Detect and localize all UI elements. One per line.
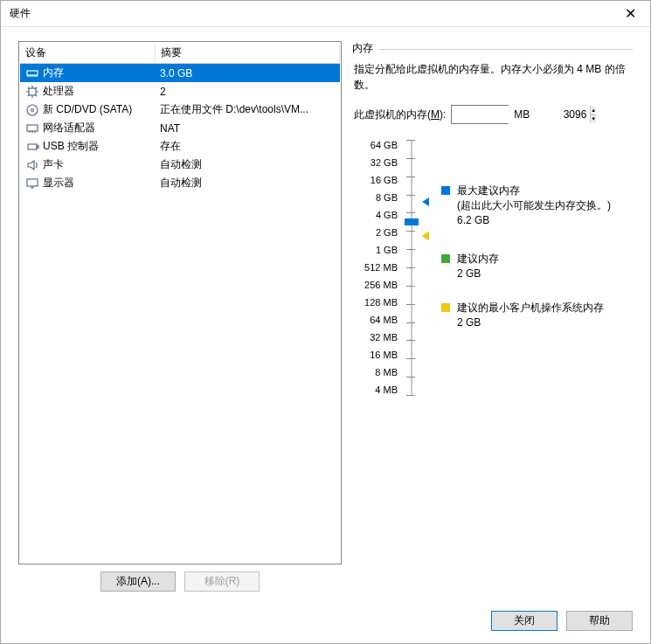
tick-label: 32 GB: [371, 154, 398, 171]
svg-point-2: [27, 105, 38, 115]
tick-mark: [406, 267, 415, 268]
tick-label: 8 GB: [376, 189, 398, 206]
tick-label: 512 MB: [364, 259, 398, 276]
tick-label: 16 GB: [371, 171, 398, 189]
device-name: 显示器: [43, 176, 74, 190]
hardware-settings-window: 硬件 ✕ 设备 摘要 内存 3.0 GB: [0, 0, 651, 644]
tick-mark: [406, 140, 415, 141]
table-row[interactable]: 内存 3.0 GB: [20, 64, 340, 83]
table-row[interactable]: USB 控制器 存在: [20, 137, 340, 156]
device-summary: 正在使用文件 D:\dev\tools\VM...: [155, 100, 340, 119]
tick-mark: [406, 231, 415, 232]
marker-max: [422, 197, 429, 206]
remove-button: 移除(R): [184, 571, 260, 592]
add-button[interactable]: 添加(A)...: [100, 571, 176, 592]
left-button-row: 添加(A)... 移除(R): [18, 571, 342, 592]
tick-mark: [406, 212, 415, 213]
left-pane: 设备 摘要 内存 3.0 GB 处理器 2 新 CD/DVD (SATA) 正在…: [18, 41, 342, 592]
content-area: 设备 摘要 内存 3.0 GB 处理器 2 新 CD/DVD (SATA) 正在…: [1, 27, 650, 602]
tick-mark: [406, 395, 415, 396]
marker-min: [422, 232, 429, 240]
cpu-icon: [25, 85, 39, 99]
device-summary: NAT: [155, 119, 340, 137]
window-close-button[interactable]: ✕: [611, 1, 650, 27]
device-name: 内存: [43, 66, 64, 80]
disc-icon: [25, 103, 39, 117]
device-name: 处理器: [43, 84, 74, 99]
svg-rect-4: [27, 125, 38, 131]
memory-slider[interactable]: [403, 136, 420, 398]
tick-label: 1 GB: [376, 241, 398, 259]
legend-rec: 建议内存 2 GB: [441, 252, 633, 281]
table-row[interactable]: 网络适配器 NAT: [20, 119, 340, 137]
close-button[interactable]: 关闭: [491, 611, 558, 631]
tick-label: 64 MB: [370, 311, 398, 329]
col-device[interactable]: 设备: [20, 43, 155, 64]
tick-mark: [406, 304, 415, 305]
memory-legend: 最大建议内存 (超出此大小可能发生内存交换。) 6.2 GB 建议内存 2 GB: [441, 136, 633, 398]
tick-mark: [406, 158, 415, 159]
device-list-box: 设备 摘要 内存 3.0 GB 处理器 2 新 CD/DVD (SATA) 正在…: [18, 41, 342, 564]
help-button[interactable]: 帮助: [566, 611, 633, 631]
tick-mark: [406, 249, 415, 250]
window-title: 硬件: [10, 6, 31, 21]
titlebar: 硬件 ✕: [1, 1, 650, 27]
tick-label: 128 MB: [364, 294, 398, 311]
tick-mark: [406, 358, 415, 359]
table-row[interactable]: 声卡 自动检测: [20, 156, 340, 174]
dialog-footer: 关闭 帮助: [1, 602, 650, 643]
memory-input-row: 此虚拟机的内存(M): ▲ ▼ MB: [354, 105, 633, 124]
memory-icon: [25, 66, 39, 80]
memory-spinner[interactable]: ▲ ▼: [451, 105, 509, 124]
svg-point-3: [31, 108, 34, 111]
tick-mark: [406, 322, 415, 323]
svg-rect-7: [27, 179, 38, 186]
slider-tick-labels: 64 GB32 GB16 GB8 GB4 GB2 GB1 GB512 MB256…: [354, 136, 403, 398]
memory-unit: MB: [514, 108, 530, 121]
col-summary[interactable]: 摘要: [155, 43, 340, 64]
device-summary: 2: [155, 82, 340, 100]
square-icon: [441, 186, 450, 195]
memory-group-header: 内存: [352, 41, 633, 56]
tick-mark: [406, 377, 415, 377]
spinner-buttons: ▲ ▼: [590, 106, 596, 123]
tick-label: 64 GB: [371, 136, 398, 154]
tick-label: 4 GB: [376, 206, 398, 224]
tick-mark: [406, 195, 415, 196]
tick-label: 32 MB: [370, 329, 398, 346]
table-row[interactable]: 处理器 2: [20, 82, 340, 100]
svg-rect-1: [29, 88, 36, 95]
svg-rect-6: [37, 145, 38, 148]
device-name: USB 控制器: [43, 139, 99, 154]
square-icon: [441, 254, 450, 263]
svg-rect-5: [28, 144, 37, 149]
slider-thumb[interactable]: [405, 218, 419, 225]
device-summary: 自动检测: [155, 174, 340, 192]
tick-label: 256 MB: [364, 276, 398, 294]
device-table: 设备 摘要 内存 3.0 GB 处理器 2 新 CD/DVD (SATA) 正在…: [20, 43, 340, 192]
legend-min: 建议的最小客户机操作系统内存 2 GB: [441, 301, 633, 330]
usb-icon: [25, 140, 39, 154]
tick-mark: [406, 340, 415, 341]
table-row[interactable]: 显示器 自动检测: [20, 174, 340, 192]
device-name: 声卡: [43, 157, 64, 172]
spin-up[interactable]: ▲: [591, 106, 596, 114]
display-icon: [25, 177, 39, 190]
tick-label: 16 MB: [370, 346, 398, 364]
spin-down[interactable]: ▼: [591, 114, 596, 124]
tick-label: 8 MB: [375, 364, 398, 381]
right-pane: 内存 指定分配给此虚拟机的内存量。内存大小必须为 4 MB 的倍数。 此虚拟机的…: [352, 41, 633, 592]
memory-desc: 指定分配给此虚拟机的内存量。内存大小必须为 4 MB 的倍数。: [354, 61, 633, 93]
legend-max: 最大建议内存 (超出此大小可能发生内存交换。) 6.2 GB: [441, 184, 633, 227]
device-summary: 存在: [155, 137, 340, 156]
tick-mark: [406, 177, 415, 177]
square-icon: [441, 303, 450, 312]
tick-label: 4 MB: [375, 381, 398, 398]
device-name: 新 CD/DVD (SATA): [43, 102, 132, 117]
device-summary: 自动检测: [155, 156, 340, 174]
device-name: 网络适配器: [43, 121, 95, 135]
nic-icon: [25, 121, 39, 135]
tick-label: 2 GB: [376, 224, 398, 241]
device-summary: 3.0 GB: [155, 64, 340, 83]
table-row[interactable]: 新 CD/DVD (SATA) 正在使用文件 D:\dev\tools\VM..…: [20, 100, 340, 119]
